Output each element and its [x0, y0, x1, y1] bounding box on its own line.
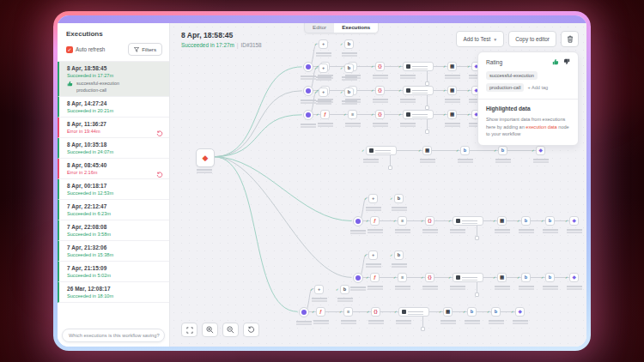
node-branch-stub: [477, 226, 477, 236]
workflow-node-plus[interactable]: +: [319, 39, 328, 49]
retry-icon[interactable]: [156, 130, 163, 137]
workflow-node-curly[interactable]: {}: [375, 62, 385, 71]
execution-list-item[interactable]: 8 Apr, 18:58:45Succeeded in 17:27msucces…: [58, 62, 169, 97]
workflow-node-wide[interactable]: [403, 110, 434, 119]
workflow-node-dot[interactable]: ƒ: [370, 216, 380, 226]
workflow-node-gear[interactable]: ▦: [447, 86, 457, 95]
execution-list-item[interactable]: 8 Apr, 08:45:40Error in 2:16m: [58, 159, 169, 179]
workflow-node-bdark[interactable]: b: [394, 194, 404, 203]
execution-list-item[interactable]: 7 Apr, 21:32:06Succeeded in 15:38m: [58, 241, 169, 262]
workflow-node-gear[interactable]: ▦: [422, 146, 432, 155]
workflow-node-b[interactable]: b: [498, 146, 507, 155]
add-tag-button[interactable]: + Add tag: [527, 85, 548, 90]
reset-zoom-button[interactable]: [243, 323, 259, 337]
workflow-node-b[interactable]: b: [545, 216, 555, 226]
node-label: [313, 320, 329, 322]
filters-button[interactable]: Filters: [128, 43, 162, 56]
zoom-in-button[interactable]: [202, 323, 218, 337]
workflow-node-bars[interactable]: ≡: [348, 110, 357, 119]
fit-view-button[interactable]: [181, 323, 197, 337]
delete-execution-button[interactable]: [561, 31, 579, 47]
workflow-branch-node[interactable]: [353, 273, 363, 283]
workflow-node-gear[interactable]: ▦: [497, 216, 507, 226]
workflow-node-bdark[interactable]: b: [344, 87, 354, 97]
workflow-node-wide[interactable]: [366, 146, 397, 155]
execution-list-item[interactable]: 7 Apr, 22:08:08Succeeded in 3:58m: [58, 220, 169, 241]
thumbs-up-icon[interactable]: [552, 58, 559, 65]
executions-list: 8 Apr, 18:58:45Succeeded in 17:27msucces…: [58, 61, 169, 325]
copy-to-editor-button[interactable]: Copy to editor: [508, 31, 556, 47]
workflow-node-plus[interactable]: +: [314, 285, 324, 294]
node-label: [373, 99, 388, 100]
copy-to-editor-label: Copy to editor: [515, 36, 550, 42]
workflow-branch-node[interactable]: [353, 216, 363, 226]
workflow-node-curly[interactable]: {}: [375, 86, 385, 95]
workflow-node-end[interactable]: ◆: [515, 307, 525, 317]
workflow-node-b[interactable]: b: [460, 146, 470, 155]
workflow-node-curly[interactable]: {}: [425, 216, 434, 226]
auto-refresh-toggle[interactable]: ✓ Auto refresh: [66, 46, 105, 53]
workflow-node-bars[interactable]: ≡: [343, 307, 353, 317]
execution-list-item[interactable]: 8 Apr, 10:35:18Succeeded in 24:07m: [58, 138, 169, 159]
workflow-node-b[interactable]: b: [545, 273, 555, 282]
workflow-node-gear[interactable]: ▦: [447, 62, 457, 71]
workflow-node-bdark[interactable]: b: [344, 39, 354, 49]
execution-list-item[interactable]: 8 Apr, 00:18:17Succeeded in 12:53m: [58, 179, 169, 200]
workflow-node-bdark[interactable]: b: [394, 250, 404, 260]
node-label: [440, 320, 456, 322]
workflow-node-bars[interactable]: ≡: [398, 216, 407, 226]
workflow-node-gear[interactable]: ▦: [497, 273, 507, 282]
workflow-branch-node[interactable]: [303, 86, 313, 96]
workflow-node-curly[interactable]: {}: [375, 110, 385, 119]
workflow-node-dot[interactable]: ƒ: [370, 273, 380, 282]
workflow-node-end[interactable]: ◆: [536, 146, 545, 155]
workflow-node-end[interactable]: ◆: [569, 273, 579, 282]
tag-chip[interactable]: successful-execution: [486, 71, 538, 80]
workflow-branch-node[interactable]: [303, 110, 313, 120]
workflow-branch-node[interactable]: [299, 307, 309, 317]
workflow-node-plus[interactable]: +: [368, 194, 378, 203]
workflow-node-b[interactable]: b: [467, 307, 477, 317]
workflow-node-dot[interactable]: ƒ: [316, 307, 325, 317]
workflow-node-gear[interactable]: ▦: [443, 307, 453, 317]
workflow-node-wide[interactable]: [453, 216, 483, 226]
workflow-node-curly[interactable]: {}: [425, 273, 434, 282]
workflow-node-plus[interactable]: +: [319, 87, 328, 97]
workflow-node-b[interactable]: b: [491, 307, 501, 317]
workflow-node-curly[interactable]: {}: [371, 307, 380, 317]
workflow-node-b[interactable]: b: [521, 273, 531, 282]
thumbs-down-icon[interactable]: [563, 58, 570, 65]
workflow-node-bdark[interactable]: b: [340, 285, 349, 294]
workflow-node-bars[interactable]: ≡: [398, 273, 407, 282]
zoom-out-button[interactable]: [222, 323, 239, 337]
workflow-node-wide[interactable]: [403, 62, 434, 71]
execution-list-item[interactable]: 26 Mar, 12:08:17Succeeded in 18:10m: [58, 282, 169, 303]
retry-icon[interactable]: [156, 172, 163, 178]
workflow-root-node[interactable]: ◆: [196, 148, 215, 167]
workflow-node-plus[interactable]: +: [368, 250, 378, 260]
workflow-node-dot[interactable]: ƒ: [320, 110, 330, 119]
workflow-node-b[interactable]: b: [521, 216, 531, 226]
workflow-node-end[interactable]: ◆: [569, 216, 579, 226]
workflow-node-wide[interactable]: [398, 307, 429, 317]
execution-data-link[interactable]: execution data: [526, 124, 556, 130]
execution-list-item[interactable]: 8 Apr, 14:27:24Succeeded in 20:21m: [58, 97, 169, 118]
workflow-node-wide[interactable]: [453, 273, 483, 282]
tag-chip[interactable]: production-call: [486, 83, 524, 92]
workflow-node-wide[interactable]: [403, 86, 434, 95]
workflow-node-plus[interactable]: +: [319, 63, 328, 73]
node-label: [450, 286, 465, 287]
workflow-branch-node[interactable]: [303, 62, 313, 72]
tab-executions[interactable]: Executions: [334, 23, 378, 33]
checkbox-checked-icon[interactable]: ✓: [66, 46, 73, 53]
execution-list-item[interactable]: 7 Apr, 22:12:47Succeeded in 6:23m: [58, 200, 169, 220]
execution-list-item[interactable]: 7 Apr, 21:15:09Succeeded in 5:02m: [58, 262, 169, 282]
node-icon: b: [348, 90, 350, 95]
add-to-test-button[interactable]: Add to Test ▼: [456, 31, 504, 47]
workflow-node-gear[interactable]: ▦: [447, 110, 457, 119]
zoom-in-icon: [206, 326, 214, 334]
workflow-saving-question[interactable]: Which executions is this workflow saving…: [62, 329, 165, 342]
workflow-node-bdark[interactable]: b: [344, 63, 354, 73]
execution-list-item[interactable]: 8 Apr, 11:36:27Error in 19:44m: [58, 118, 169, 138]
tab-editor[interactable]: Editor: [305, 23, 334, 33]
